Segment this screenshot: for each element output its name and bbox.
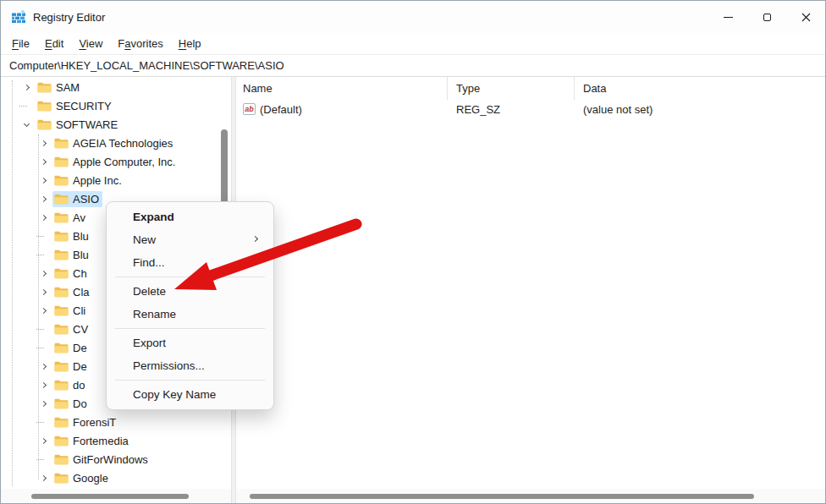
- tree-item-software[interactable]: SOFTWARE: [1, 115, 223, 134]
- tree-leaf-stub: [36, 348, 44, 348]
- context-menu-item-permissions[interactable]: Permissions...: [109, 354, 271, 377]
- tree-item-label: ASIO: [73, 193, 99, 205]
- menu-file[interactable]: File: [4, 35, 37, 52]
- context-menu-item-find[interactable]: Find...: [109, 251, 271, 274]
- folder-icon: [54, 398, 69, 409]
- tree-item-ageia-technologies[interactable]: AGEIA Technologies: [1, 134, 223, 152]
- menu-favorites[interactable]: Favorites: [110, 35, 170, 52]
- chevron-icon[interactable]: [41, 288, 47, 294]
- folder-icon: [37, 101, 52, 112]
- close-icon: [801, 13, 811, 22]
- tree-item-label: Cli: [73, 304, 85, 317]
- chevron-icon[interactable]: [24, 84, 30, 90]
- tree-item-label: AGEIA Technologies: [73, 137, 173, 150]
- context-menu-item-expand[interactable]: Expand: [109, 205, 271, 228]
- submenu-arrow-icon: [252, 236, 258, 242]
- context-menu-item-new[interactable]: New: [109, 228, 271, 251]
- values-horizontal-scrollbar-thumb[interactable]: [250, 494, 754, 499]
- tree-horizontal-scrollbar-thumb[interactable]: [31, 494, 189, 499]
- folder-icon: [54, 361, 69, 372]
- chevron-icon[interactable]: [41, 214, 47, 220]
- folder-icon: [54, 175, 69, 186]
- chevron-icon[interactable]: [41, 140, 47, 145]
- folder-icon: [54, 231, 69, 242]
- menu-view[interactable]: View: [71, 35, 110, 52]
- chevron-icon[interactable]: [41, 474, 47, 480]
- tree-leaf-stub: [36, 236, 44, 237]
- tree-item-security[interactable]: SECURITY: [1, 96, 223, 115]
- tree-item-label: CV: [73, 323, 88, 336]
- folder-icon: [54, 249, 69, 260]
- window-title: Registry Editor: [33, 11, 105, 24]
- tree-item-label: Fortemedia: [73, 435, 129, 447]
- address-bar[interactable]: Computer\HKEY_LOCAL_MACHINE\SOFTWARE\ASI…: [1, 54, 825, 77]
- tree-item-label: Ch: [73, 267, 87, 280]
- folder-icon: [54, 156, 69, 167]
- tree-item-label: De: [73, 342, 87, 354]
- tree-item-label: SECURITY: [56, 100, 112, 112]
- chevron-icon[interactable]: [41, 177, 47, 183]
- value-name: (Default): [260, 103, 302, 116]
- folder-icon: [54, 417, 69, 428]
- tree-item-label: Do: [73, 397, 87, 410]
- column-header-name[interactable]: Name: [236, 77, 448, 100]
- string-value-icon: ab: [243, 103, 256, 115]
- chevron-icon[interactable]: [41, 437, 47, 443]
- tree-item-label: Apple Computer, Inc.: [73, 156, 175, 168]
- tree-leaf-stub: [36, 422, 44, 423]
- context-menu-item-export[interactable]: Export: [109, 331, 271, 354]
- value-row-default[interactable]: ab (Default) REG_SZ (value not set): [236, 100, 825, 118]
- tree-item-label: Apple Inc.: [73, 174, 122, 187]
- chevron-icon[interactable]: [41, 363, 47, 369]
- tree-item-label: Av: [73, 211, 85, 224]
- folder-icon: [54, 194, 69, 205]
- chevron-icon[interactable]: [41, 400, 47, 406]
- chevron-icon[interactable]: [41, 270, 47, 276]
- chevron-icon[interactable]: [41, 195, 47, 201]
- tree-item-forensit[interactable]: ForensiT: [1, 413, 223, 431]
- maximize-button[interactable]: [747, 1, 786, 33]
- folder-icon: [54, 268, 69, 279]
- column-header-type[interactable]: Type: [448, 77, 575, 100]
- tree-item-apple-computer-inc[interactable]: Apple Computer, Inc.: [1, 152, 223, 171]
- folder-icon: [37, 119, 52, 130]
- menu-bar: File Edit View Favorites Help: [1, 33, 825, 54]
- tree-leaf-stub: [19, 106, 27, 107]
- tree-item-label: Google: [73, 472, 108, 485]
- tree-item-label: SOFTWARE: [56, 118, 118, 131]
- chevron-icon[interactable]: [24, 120, 30, 126]
- menu-edit[interactable]: Edit: [37, 35, 71, 52]
- folder-icon: [54, 436, 69, 446]
- tree-item-google[interactable]: Google: [1, 468, 223, 487]
- context-menu-item-rename[interactable]: Rename: [109, 303, 271, 326]
- tree-leaf-stub: [36, 459, 44, 460]
- context-menu: Expand New Find... Delete Rename Export …: [106, 201, 274, 410]
- close-button[interactable]: [786, 1, 825, 33]
- tree-item-gitforwindows[interactable]: GitForWindows: [1, 450, 223, 468]
- context-menu-item-copy-key-name[interactable]: Copy Key Name: [109, 383, 271, 406]
- title-bar: Registry Editor: [1, 1, 825, 33]
- tree-leaf-stub: [36, 329, 44, 330]
- folder-icon: [54, 324, 69, 335]
- chevron-icon[interactable]: [41, 307, 47, 313]
- folder-icon: [37, 82, 52, 93]
- folder-icon: [54, 454, 69, 465]
- folder-icon: [54, 287, 69, 298]
- minimize-icon: [724, 17, 733, 18]
- tree-leaf-stub: [36, 255, 44, 255]
- context-menu-item-delete[interactable]: Delete: [109, 280, 271, 303]
- folder-icon: [54, 342, 69, 353]
- chevron-icon[interactable]: [41, 381, 47, 387]
- tree-item-label: Blu: [73, 249, 89, 261]
- chevron-icon[interactable]: [41, 158, 47, 164]
- registry-editor-window: Registry Editor File Edit View Favorites…: [0, 0, 826, 504]
- tree-item-apple-inc[interactable]: Apple Inc.: [1, 171, 223, 189]
- tree-item-label: do: [73, 379, 85, 392]
- maximize-icon: [763, 14, 771, 21]
- tree-item-sam[interactable]: SAM: [1, 78, 223, 96]
- tree-item-fortemedia[interactable]: Fortemedia: [1, 431, 223, 450]
- menu-help[interactable]: Help: [171, 35, 209, 52]
- folder-icon: [54, 473, 69, 484]
- column-header-data[interactable]: Data: [575, 77, 825, 100]
- minimize-button[interactable]: [708, 1, 747, 33]
